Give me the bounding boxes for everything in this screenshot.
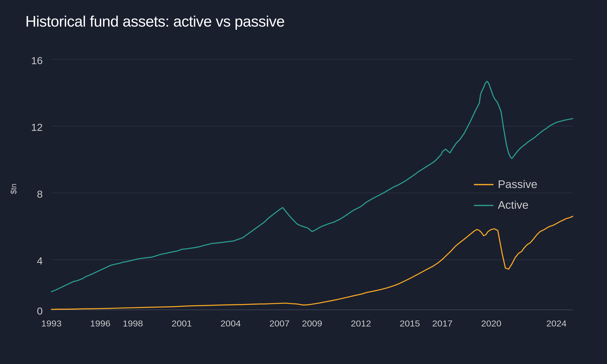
- svg-text:2007: 2007: [269, 319, 290, 328]
- svg-text:1993: 1993: [41, 319, 61, 328]
- svg-text:2001: 2001: [172, 319, 192, 328]
- passive-line: [51, 216, 573, 309]
- svg-text:2009: 2009: [302, 319, 322, 328]
- svg-text:2020: 2020: [481, 319, 501, 328]
- svg-text:0: 0: [37, 306, 43, 317]
- svg-text:4: 4: [37, 255, 43, 267]
- y-axis-label: $tn: [9, 183, 18, 194]
- chart-container: Historical fund assets: active vs passiv…: [0, 0, 607, 364]
- svg-text:12: 12: [31, 122, 43, 133]
- svg-text:2004: 2004: [220, 319, 241, 328]
- active-line: [51, 81, 573, 292]
- svg-text:Passive: Passive: [498, 178, 537, 190]
- svg-text:16: 16: [31, 55, 43, 66]
- svg-text:2024: 2024: [546, 319, 567, 328]
- svg-text:1996: 1996: [90, 319, 110, 328]
- svg-text:2012: 2012: [351, 319, 371, 328]
- chart-title: Historical fund assets: active vs passiv…: [25, 13, 590, 30]
- main-chart: 16 12 8 4 0 1993 1996 1998 2001 2004 200…: [25, 43, 590, 335]
- svg-text:2015: 2015: [400, 319, 420, 328]
- svg-text:Active: Active: [498, 199, 529, 211]
- svg-text:1998: 1998: [123, 319, 143, 328]
- svg-text:8: 8: [37, 189, 43, 200]
- svg-text:2017: 2017: [432, 319, 453, 328]
- chart-area: $tn 16 12 8 4 0 199: [25, 43, 590, 335]
